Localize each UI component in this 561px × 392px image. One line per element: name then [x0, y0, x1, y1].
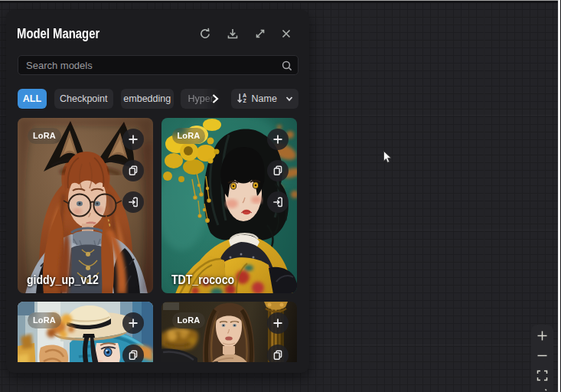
svg-text:A: A: [243, 93, 246, 98]
svg-text:Z: Z: [243, 98, 246, 103]
